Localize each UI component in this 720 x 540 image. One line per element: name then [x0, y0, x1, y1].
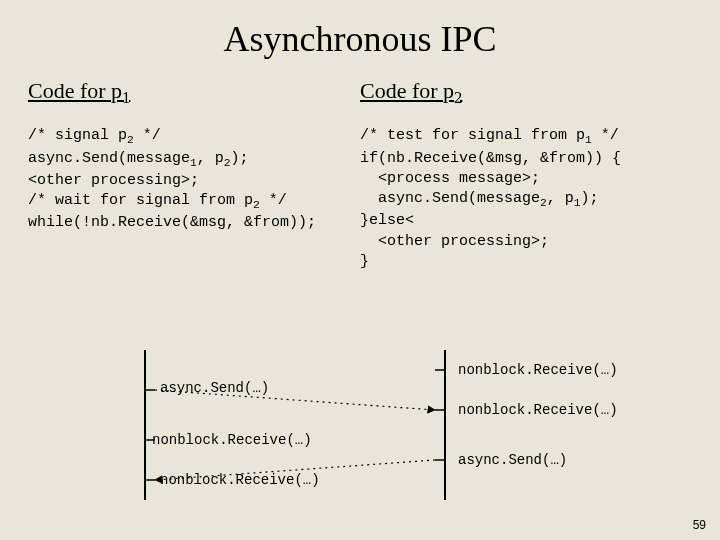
r7: }	[360, 253, 369, 270]
r4c: );	[581, 190, 599, 207]
r1b: */	[592, 127, 619, 144]
l2c: );	[231, 150, 249, 167]
diagram-label-l2: nonblock.Receive(…)	[152, 432, 312, 448]
r4b: , p	[547, 190, 574, 207]
r6: <other processing>;	[360, 233, 549, 250]
left-code: /* signal p2 */ async.Send(message1, p2)…	[28, 126, 360, 233]
r2: if(nb.Receive(&msg, &from)) {	[360, 150, 621, 167]
left-column: Code for p1 /* signal p2 */ async.Send(m…	[28, 78, 360, 272]
l2s2: 2	[224, 157, 231, 169]
left-heading-text: Code for p	[28, 78, 122, 103]
sequence-diagram: async.Send(…) nonblock.Receive(…) nonblo…	[0, 340, 720, 510]
slide: Asynchronous IPC Code for p1 /* signal p…	[0, 0, 720, 540]
diagram-label-r1: nonblock.Receive(…)	[458, 362, 618, 378]
left-heading-sub: 1	[122, 88, 130, 107]
l3: <other processing>;	[28, 172, 199, 189]
r3: <process message>;	[360, 170, 540, 187]
l2b: , p	[197, 150, 224, 167]
r1s: 1	[585, 134, 592, 146]
right-heading-text: Code for p	[360, 78, 454, 103]
right-code: /* test for signal from p1 */ if(nb.Rece…	[360, 126, 692, 272]
r4s2: 1	[574, 197, 581, 209]
l1a: /* signal p	[28, 127, 127, 144]
page-number: 59	[693, 518, 706, 532]
l2s1: 1	[190, 157, 197, 169]
right-column: Code for p2 /* test for signal from p1 *…	[360, 78, 692, 272]
r4s1: 2	[540, 197, 547, 209]
l4a: /* wait for signal from p	[28, 192, 253, 209]
right-heading: Code for p2	[360, 78, 692, 108]
right-heading-sub: 2	[454, 88, 462, 107]
l4s: 2	[253, 199, 260, 211]
l1b: */	[134, 127, 161, 144]
r5: }else<	[360, 212, 414, 229]
l5: while(!nb.Receive(&msg, &from));	[28, 214, 316, 231]
l4b: */	[260, 192, 287, 209]
columns: Code for p1 /* signal p2 */ async.Send(m…	[28, 78, 692, 272]
diagram-label-r3: async.Send(…)	[458, 452, 567, 468]
l1s: 2	[127, 134, 134, 146]
r4a: async.Send(message	[360, 190, 540, 207]
diagram-label-l3: nonblock.Receive(…)	[160, 472, 320, 488]
page-title: Asynchronous IPC	[28, 18, 692, 60]
diagram-label-r2: nonblock.Receive(…)	[458, 402, 618, 418]
r1a: /* test for signal from p	[360, 127, 585, 144]
left-heading: Code for p1	[28, 78, 360, 108]
l2a: async.Send(message	[28, 150, 190, 167]
diagram-label-l1: async.Send(…)	[160, 380, 269, 396]
